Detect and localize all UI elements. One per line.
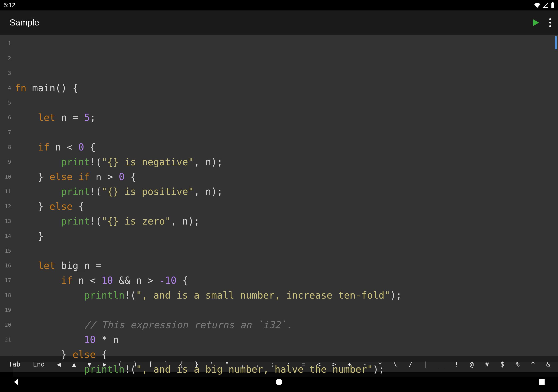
signal-icon: [543, 3, 549, 8]
more-menu-button[interactable]: [548, 17, 553, 29]
code-line[interactable]: if n < 0 {: [13, 140, 558, 155]
line-number: 8: [0, 140, 13, 155]
code-line[interactable]: [13, 243, 558, 258]
code-line[interactable]: } else {: [13, 199, 558, 214]
svg-rect-1: [552, 2, 554, 3]
code-line[interactable]: // This expression returns an `i32`.: [13, 317, 558, 332]
line-number: 10: [0, 170, 13, 184]
line-number: 5: [0, 95, 13, 110]
code-line[interactable]: print!("{} is positive", n);: [13, 184, 558, 199]
line-number: 21: [0, 332, 13, 347]
line-number: 12: [0, 199, 13, 214]
code-line[interactable]: println!(", and is a small number, incre…: [13, 288, 558, 303]
code-line[interactable]: let n = 5;: [13, 110, 558, 125]
line-number: 1: [0, 36, 13, 51]
code-area[interactable]: fn main() { let n = 5; if n < 0 { print!…: [13, 35, 558, 356]
status-bar: 5:12: [0, 0, 558, 10]
code-line[interactable]: println!(", and is a big number, halve t…: [13, 362, 558, 377]
code-line[interactable]: [13, 377, 558, 392]
code-line[interactable]: print!("{} is zero", n);: [13, 214, 558, 229]
status-icons: [534, 2, 555, 8]
code-line[interactable]: }: [13, 229, 558, 243]
battery-icon: [551, 2, 555, 8]
status-time: 5:12: [3, 2, 16, 9]
line-number: 16: [0, 258, 13, 273]
code-line[interactable]: if n < 10 && n > -10 {: [13, 273, 558, 288]
cursor-indicator: [555, 36, 557, 49]
code-line[interactable]: } else {: [13, 347, 558, 362]
line-number: 2: [0, 51, 13, 66]
code-line[interactable]: [13, 95, 558, 110]
line-number: 17: [0, 273, 13, 288]
line-number: 15: [0, 243, 13, 258]
line-number: 20: [0, 317, 13, 332]
line-number: 11: [0, 184, 13, 199]
line-number: 7: [0, 125, 13, 140]
line-number: 13: [0, 214, 13, 229]
svg-rect-0: [551, 3, 554, 8]
line-number: 18: [0, 288, 13, 303]
app-bar: Sample: [0, 10, 558, 35]
line-number: 4: [0, 81, 13, 95]
run-button[interactable]: [531, 18, 540, 27]
code-editor[interactable]: 123456789101112131415161718192021 fn mai…: [0, 35, 558, 356]
app-title: Sample: [9, 18, 39, 27]
line-number-gutter: 123456789101112131415161718192021: [0, 35, 13, 356]
line-number: 3: [0, 66, 13, 81]
line-number: 19: [0, 303, 13, 317]
code-line[interactable]: 10 * n: [13, 332, 558, 347]
line-number: 9: [0, 155, 13, 170]
code-line[interactable]: print!("{} is negative", n);: [13, 155, 558, 170]
line-number: 6: [0, 110, 13, 125]
wifi-icon: [534, 3, 541, 8]
code-line[interactable]: let big_n =: [13, 258, 558, 273]
code-line[interactable]: [13, 303, 558, 317]
line-number: 14: [0, 229, 13, 243]
code-line[interactable]: fn main() {: [13, 81, 558, 95]
code-line[interactable]: [13, 125, 558, 140]
code-line[interactable]: } else if n > 0 {: [13, 170, 558, 184]
